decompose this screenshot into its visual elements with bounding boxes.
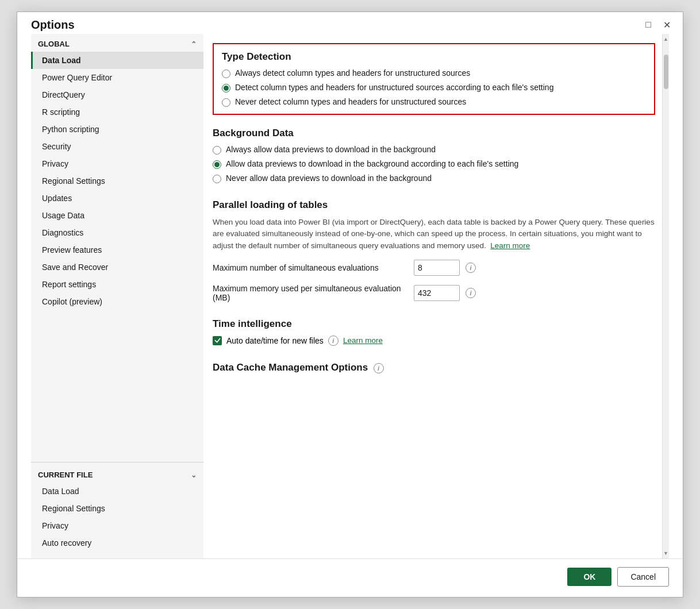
type-detection-section: Type Detection Always detect column type…: [213, 43, 655, 115]
max-eval-row: Maximum number of simultaneous evaluatio…: [213, 260, 655, 276]
global-items-list: Data LoadPower Query EditorDirectQueryR …: [31, 52, 203, 460]
current-file-chevron-icon: ⌄: [191, 471, 197, 479]
bd-never-option[interactable]: Never allow data previews to download in…: [213, 174, 655, 183]
td-always-option[interactable]: Always detect column types and headers f…: [222, 68, 646, 78]
parallel-loading-title: Parallel loading of tables: [213, 199, 655, 211]
scrollbar-thumb[interactable]: [664, 55, 668, 89]
type-detection-options: Always detect column types and headers f…: [222, 68, 646, 107]
auto-datetime-checkbox[interactable]: [213, 336, 222, 345]
window-controls: □ ✕: [641, 18, 674, 32]
title-bar: Options □ ✕: [17, 12, 683, 34]
td-per-file-option[interactable]: Detect column types and headers for unst…: [222, 83, 646, 92]
dialog-body: GLOBAL ⌃ Data LoadPower Query EditorDire…: [17, 34, 683, 558]
background-data-title: Background Data: [213, 128, 655, 139]
type-detection-title: Type Detection: [222, 51, 646, 63]
dialog-title: Options: [31, 18, 75, 32]
time-intelligence-section: Time intelligence Auto date/time for new…: [213, 318, 655, 346]
scroll-down-arrow[interactable]: ▼: [662, 549, 669, 557]
current-file-items-list: Data LoadRegional SettingsPrivacyAuto re…: [31, 483, 203, 552]
data-cache-info-icon: i: [374, 363, 384, 373]
sidebar-item-data-load[interactable]: Data Load: [31, 52, 203, 69]
sidebar-item-save-and-recover[interactable]: Save and Recover: [31, 259, 203, 276]
max-eval-label: Maximum number of simultaneous evaluatio…: [213, 263, 408, 272]
auto-datetime-label: Auto date/time for new files: [226, 336, 324, 345]
bd-per-file-option[interactable]: Allow data previews to download in the b…: [213, 159, 655, 169]
sidebar-item-preview-features[interactable]: Preview features: [31, 241, 203, 259]
sidebar-item-regional-settings[interactable]: Regional Settings: [31, 172, 203, 190]
sidebar-item-updates[interactable]: Updates: [31, 190, 203, 207]
global-chevron-icon: ⌃: [191, 40, 197, 48]
bd-always-radio[interactable]: [213, 146, 221, 155]
sidebar-item-privacy[interactable]: Privacy: [31, 155, 203, 172]
bd-always-label: Always allow data previews to download i…: [226, 145, 436, 154]
sidebar-item-cf-auto-recovery[interactable]: Auto recovery: [31, 534, 203, 552]
data-cache-title: Data Cache Management Options i: [213, 362, 655, 373]
sidebar-item-cf-data-load[interactable]: Data Load: [31, 483, 203, 500]
max-mem-input[interactable]: [414, 285, 460, 301]
current-file-section-header[interactable]: CURRENT FILE ⌄: [31, 465, 203, 483]
td-never-label: Never detect column types and headers fo…: [235, 97, 466, 106]
bd-per-file-radio[interactable]: [213, 160, 221, 169]
td-per-file-radio[interactable]: [222, 84, 230, 92]
sidebar-item-security[interactable]: Security: [31, 138, 203, 155]
max-mem-row: Maximum memory used per simultaneous eva…: [213, 284, 655, 302]
current-file-section-label: CURRENT FILE: [38, 471, 93, 479]
sidebar-item-report-settings[interactable]: Report settings: [31, 276, 203, 293]
close-button[interactable]: ✕: [660, 18, 674, 32]
data-cache-section: Data Cache Management Options i: [213, 362, 655, 373]
background-data-options: Always allow data previews to download i…: [213, 145, 655, 183]
maximize-button[interactable]: □: [641, 18, 655, 32]
sidebar-item-diagnostics[interactable]: Diagnostics: [31, 224, 203, 241]
max-mem-info-icon: i: [466, 288, 476, 298]
bd-always-option[interactable]: Always allow data previews to download i…: [213, 145, 655, 155]
sidebar-item-cf-regional-settings[interactable]: Regional Settings: [31, 500, 203, 517]
bd-per-file-label: Allow data previews to download in the b…: [226, 159, 518, 168]
sidebar-item-copilot-preview[interactable]: Copilot (preview): [31, 293, 203, 310]
sidebar: GLOBAL ⌃ Data LoadPower Query EditorDire…: [31, 34, 203, 558]
td-per-file-label: Detect column types and headers for unst…: [235, 83, 553, 92]
td-never-radio[interactable]: [222, 98, 230, 107]
sidebar-item-r-scripting[interactable]: R scripting: [31, 103, 203, 121]
dialog-footer: OK Cancel: [17, 558, 683, 597]
auto-datetime-info-icon: i: [328, 336, 339, 346]
bd-never-label: Never allow data previews to download in…: [226, 174, 432, 183]
parallel-loading-learn-more[interactable]: Learn more: [490, 241, 530, 250]
main-scroll-area: Type Detection Always detect column type…: [213, 34, 662, 558]
global-section-header[interactable]: GLOBAL ⌃: [31, 34, 203, 52]
background-data-section: Background Data Always allow data previe…: [213, 128, 655, 183]
sidebar-item-usage-data[interactable]: Usage Data: [31, 207, 203, 224]
ok-button[interactable]: OK: [567, 568, 611, 586]
td-always-label: Always detect column types and headers f…: [235, 68, 470, 78]
bd-never-radio[interactable]: [213, 175, 221, 183]
max-eval-info-icon: i: [466, 263, 476, 273]
scroll-up-arrow[interactable]: ▲: [662, 35, 669, 43]
cancel-button[interactable]: Cancel: [617, 567, 669, 587]
time-intelligence-learn-more[interactable]: Learn more: [343, 336, 383, 345]
time-intelligence-title: Time intelligence: [213, 318, 655, 330]
max-eval-input[interactable]: [414, 260, 460, 276]
td-never-option[interactable]: Never detect column types and headers fo…: [222, 97, 646, 107]
sidebar-item-directquery[interactable]: DirectQuery: [31, 86, 203, 103]
max-mem-label: Maximum memory used per simultaneous eva…: [213, 284, 408, 302]
td-always-radio[interactable]: [222, 70, 230, 78]
sidebar-item-power-query-editor[interactable]: Power Query Editor: [31, 69, 203, 86]
main-scrollbar[interactable]: ▲ ▼: [662, 34, 669, 558]
sidebar-divider: [31, 462, 203, 462]
sidebar-item-python-scripting[interactable]: Python scripting: [31, 121, 203, 138]
main-panel: Type Detection Always detect column type…: [213, 34, 669, 558]
options-dialog: Options □ ✕ GLOBAL ⌃ Data LoadPower Quer…: [17, 11, 683, 598]
global-section-label: GLOBAL: [38, 40, 70, 48]
parallel-loading-desc: When you load data into Power BI (via im…: [213, 217, 655, 252]
sidebar-item-cf-privacy[interactable]: Privacy: [31, 517, 203, 534]
auto-datetime-row: Auto date/time for new files i Learn mor…: [213, 336, 655, 346]
parallel-loading-section: Parallel loading of tables When you load…: [213, 199, 655, 302]
